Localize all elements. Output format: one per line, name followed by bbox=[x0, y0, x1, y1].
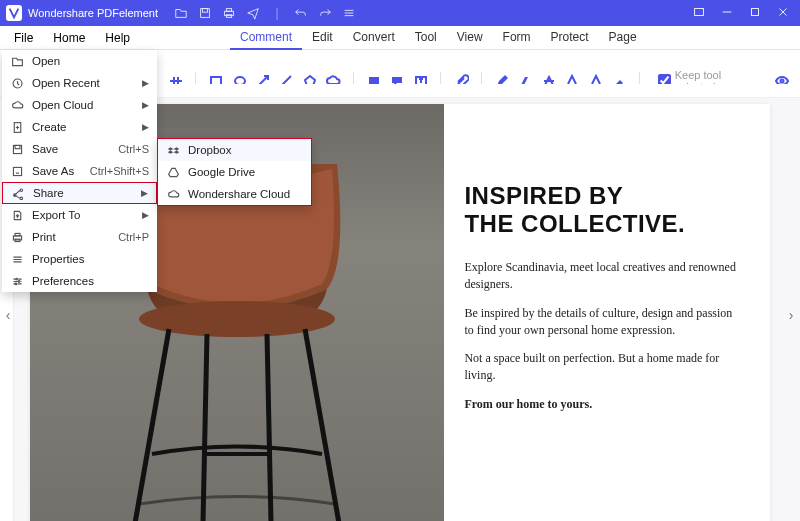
menu-item-label: Dropbox bbox=[188, 144, 303, 156]
page-text: INSPIRED BY THE COLLECTIVE. Explore Scan… bbox=[444, 104, 770, 521]
wondershare-cloud-icon bbox=[166, 187, 180, 201]
share-item-wondershare-cloud[interactable]: Wondershare Cloud bbox=[158, 183, 311, 205]
qat-redo-icon[interactable] bbox=[318, 6, 332, 20]
file-menu-item-open-recent[interactable]: Open Recent▶ bbox=[2, 72, 157, 94]
file-menu-item-open-cloud[interactable]: Open Cloud▶ bbox=[2, 94, 157, 116]
minimize-icon[interactable] bbox=[720, 5, 734, 22]
save-icon bbox=[10, 142, 24, 156]
heading-line-2: THE COLLECTIVE. bbox=[464, 210, 685, 237]
dropbox-icon bbox=[166, 143, 180, 157]
svg-point-22 bbox=[15, 278, 17, 280]
submenu-arrow-icon: ▶ bbox=[142, 122, 149, 132]
submenu-arrow-icon: ▶ bbox=[142, 100, 149, 110]
share-submenu-panel: DropboxGoogle DriveWondershare Cloud bbox=[157, 138, 312, 206]
file-menu-item-print[interactable]: PrintCtrl+P bbox=[2, 226, 157, 248]
svg-rect-5 bbox=[695, 8, 704, 15]
menu-item-label: Preferences bbox=[32, 275, 149, 287]
menu-item-label: Share bbox=[33, 187, 127, 199]
menu-item-label: Save As bbox=[32, 165, 82, 177]
menu-item-shortcut: Ctrl+S bbox=[118, 143, 149, 155]
para-4: From our home to yours. bbox=[464, 396, 742, 413]
menu-help[interactable]: Help bbox=[95, 27, 140, 49]
menu-item-label: Wondershare Cloud bbox=[188, 188, 303, 200]
file-menu-item-share[interactable]: Share▶ bbox=[2, 182, 157, 204]
window-controls bbox=[692, 5, 790, 22]
close-icon[interactable] bbox=[776, 5, 790, 22]
tab-tool[interactable]: Tool bbox=[405, 26, 447, 50]
tab-edit[interactable]: Edit bbox=[302, 26, 343, 50]
menu-item-label: Open bbox=[32, 55, 149, 67]
print-icon bbox=[10, 230, 24, 244]
menu-home[interactable]: Home bbox=[43, 27, 95, 49]
file-menu-item-properties[interactable]: Properties bbox=[2, 248, 157, 270]
menu-file[interactable]: File bbox=[4, 27, 43, 49]
next-page-chevron[interactable]: › bbox=[785, 303, 797, 327]
menu-item-label: Create bbox=[32, 121, 128, 133]
saveas-icon bbox=[10, 164, 24, 178]
qat-print-icon[interactable] bbox=[222, 6, 236, 20]
svg-rect-17 bbox=[15, 145, 20, 148]
app-logo bbox=[6, 5, 22, 21]
tab-view[interactable]: View bbox=[447, 26, 493, 50]
submenu-arrow-icon: ▶ bbox=[142, 210, 149, 220]
para-2: Be inspired by the details of culture, d… bbox=[464, 305, 742, 339]
menu-item-label: Open Recent bbox=[32, 77, 128, 89]
menu-item-label: Save bbox=[32, 143, 110, 155]
tab-protect[interactable]: Protect bbox=[541, 26, 599, 50]
menu-item-label: Print bbox=[32, 231, 110, 243]
file-menu-item-preferences[interactable]: Preferences bbox=[2, 270, 157, 292]
tab-page[interactable]: Page bbox=[599, 26, 647, 50]
menu-item-label: Google Drive bbox=[188, 166, 303, 178]
app-name: Wondershare PDFelement bbox=[28, 7, 158, 19]
create-icon bbox=[10, 120, 24, 134]
prev-page-chevron[interactable]: ‹ bbox=[2, 303, 14, 327]
open-icon bbox=[10, 54, 24, 68]
submenu-arrow-icon: ▶ bbox=[141, 188, 148, 198]
share-icon bbox=[11, 186, 25, 200]
quick-access-toolbar: | bbox=[174, 6, 356, 20]
svg-point-24 bbox=[15, 283, 17, 285]
cloud-icon bbox=[10, 98, 24, 112]
menu-item-label: Properties bbox=[32, 253, 149, 265]
svg-point-12 bbox=[781, 79, 784, 82]
file-menu-panel: OpenOpen Recent▶Open Cloud▶Create▶SaveCt… bbox=[2, 50, 157, 292]
properties-icon bbox=[10, 252, 24, 266]
submenu-arrow-icon: ▶ bbox=[142, 78, 149, 88]
para-3: Not a space built on perfection. But a h… bbox=[464, 350, 742, 384]
export-icon bbox=[10, 208, 24, 222]
google-drive-icon bbox=[166, 165, 180, 179]
qat-save-icon[interactable] bbox=[198, 6, 212, 20]
window-frame-icon[interactable] bbox=[692, 5, 706, 22]
svg-rect-1 bbox=[202, 9, 207, 13]
svg-rect-18 bbox=[13, 167, 21, 175]
menu-item-shortcut: Ctrl+Shift+S bbox=[90, 165, 149, 177]
menubar: File Home Help Comment Edit Convert Tool… bbox=[0, 26, 800, 50]
file-menu-item-create[interactable]: Create▶ bbox=[2, 116, 157, 138]
heading-line-1: INSPIRED BY bbox=[464, 182, 623, 209]
recent-icon bbox=[10, 76, 24, 90]
titlebar: Wondershare PDFelement | bbox=[0, 0, 800, 26]
qat-customize-icon[interactable] bbox=[342, 6, 356, 20]
menu-item-shortcut: Ctrl+P bbox=[118, 231, 149, 243]
tab-comment[interactable]: Comment bbox=[230, 26, 302, 50]
svg-point-23 bbox=[18, 280, 20, 282]
menu-item-label: Export To bbox=[32, 209, 128, 221]
qat-open-icon[interactable] bbox=[174, 6, 188, 20]
tab-form[interactable]: Form bbox=[493, 26, 541, 50]
para-1: Explore Scandinavia, meet local creative… bbox=[464, 259, 742, 293]
file-menu-item-save-as[interactable]: Save AsCtrl+Shift+S bbox=[2, 160, 157, 182]
qat-send-icon[interactable] bbox=[246, 6, 260, 20]
maximize-icon[interactable] bbox=[748, 5, 762, 22]
svg-rect-3 bbox=[226, 9, 231, 12]
tab-convert[interactable]: Convert bbox=[343, 26, 405, 50]
svg-rect-20 bbox=[15, 233, 20, 235]
preferences-icon bbox=[10, 274, 24, 288]
qat-undo-icon[interactable] bbox=[294, 6, 308, 20]
share-item-dropbox[interactable]: Dropbox bbox=[158, 139, 311, 161]
file-menu-item-export-to[interactable]: Export To▶ bbox=[2, 204, 157, 226]
file-menu-item-open[interactable]: Open bbox=[2, 50, 157, 72]
menu-item-label: Open Cloud bbox=[32, 99, 128, 111]
file-menu-item-save[interactable]: SaveCtrl+S bbox=[2, 138, 157, 160]
share-item-google-drive[interactable]: Google Drive bbox=[158, 161, 311, 183]
page-heading: INSPIRED BY THE COLLECTIVE. bbox=[464, 182, 742, 237]
